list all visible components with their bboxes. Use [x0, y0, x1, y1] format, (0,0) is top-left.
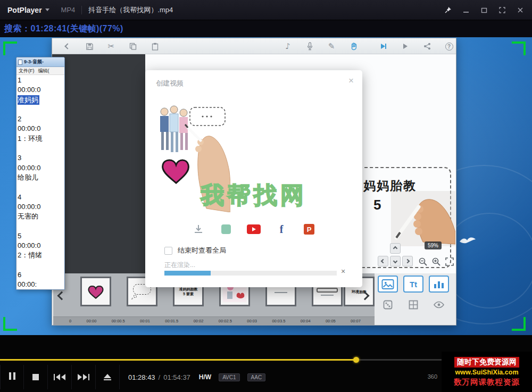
- maximize-button[interactable]: [480, 6, 488, 14]
- view-whole-checkbox[interactable]: [164, 247, 172, 255]
- scroll-left-button[interactable]: [59, 291, 67, 300]
- share-app-button[interactable]: [219, 223, 233, 235]
- video-area[interactable]: ✂ ♪ ✎ ?: [0, 37, 532, 335]
- total-time: 01:54:37: [163, 373, 190, 381]
- paste-button[interactable]: [150, 41, 160, 51]
- pan-down-button[interactable]: [390, 256, 401, 266]
- play-scribe-button[interactable]: [401, 41, 410, 51]
- minimize-button[interactable]: [462, 6, 470, 14]
- eye-icon: [434, 301, 444, 308]
- add-image-button[interactable]: [378, 276, 398, 293]
- pin-icon: [445, 6, 452, 13]
- pan-left-button[interactable]: [378, 256, 388, 266]
- subtitle-line: 00:00:0: [18, 85, 63, 95]
- thumb-line: [275, 292, 287, 293]
- zoom-in-button[interactable]: [431, 257, 441, 266]
- next-button[interactable]: [72, 365, 96, 389]
- dialog-close-button[interactable]: ×: [348, 76, 354, 86]
- facebook-button[interactable]: f: [275, 223, 288, 235]
- help-button[interactable]: ?: [444, 41, 454, 51]
- seek-played: [0, 359, 356, 361]
- close-button[interactable]: [516, 6, 525, 14]
- timeline-ruler: 0 00:00 00:00.5 00:01 00:01.5 00:02 00:0…: [53, 316, 375, 325]
- music-note-icon: ♪: [285, 41, 290, 51]
- tick-label: 00:02: [194, 319, 204, 323]
- music-button[interactable]: ♪: [283, 41, 293, 51]
- audio-codec-badge: AAC: [247, 373, 266, 381]
- video-codec-badge: AVC1: [219, 373, 239, 381]
- render-progress-fill: [164, 271, 211, 276]
- chevron-right-icon: [361, 291, 370, 301]
- grid-icon: [409, 300, 418, 310]
- share-button[interactable]: [422, 41, 432, 51]
- menu-file[interactable]: 文件(F): [19, 68, 35, 74]
- chevron-up-icon: [393, 246, 397, 251]
- fullscreen-button[interactable]: [498, 6, 506, 14]
- pin-button[interactable]: [444, 6, 452, 14]
- previous-button[interactable]: [48, 365, 72, 389]
- powerpoint-button[interactable]: P: [302, 223, 316, 235]
- prev-bar: [54, 374, 55, 380]
- notepad-title: 9-3-音频-: [24, 59, 44, 65]
- cut-button[interactable]: ✂: [106, 41, 116, 51]
- pan-up-button[interactable]: [390, 243, 401, 254]
- drawing-hand-image: [391, 191, 455, 246]
- bubble-dot: [131, 298, 133, 299]
- open-file-button[interactable]: [96, 365, 120, 389]
- app-name: PotPlayer: [7, 6, 42, 14]
- zoom-in-icon: [431, 257, 441, 266]
- chevron-down-icon: [45, 9, 49, 11]
- seek-knob[interactable]: [353, 357, 359, 363]
- subtitle-line: 00:00:0: [18, 202, 63, 212]
- draw-button[interactable]: ✎: [327, 41, 336, 51]
- close-icon: [517, 7, 523, 13]
- hand-tool-button[interactable]: [348, 41, 358, 51]
- board-text: 5: [373, 197, 381, 213]
- app-menu-button[interactable]: PotPlayer: [7, 6, 49, 14]
- time-separator: /: [159, 373, 161, 381]
- checkbox-label: 结束时查看全局: [178, 246, 226, 255]
- tick-label: 0: [69, 319, 71, 323]
- dice-icon: [383, 300, 393, 310]
- back-button[interactable]: [63, 41, 72, 51]
- capture-corner-bottom-right: [512, 317, 526, 331]
- export-options: f P: [145, 223, 362, 235]
- subtitle-line: 00:00:0: [18, 241, 63, 251]
- cancel-render-button[interactable]: ×: [341, 267, 345, 276]
- layout-button[interactable]: [408, 299, 419, 311]
- potplayer-window: PotPlayer MP4 抖音手绘（我帮找网）.mp4 搜索：01:2: [0, 0, 532, 392]
- preview-visibility-button[interactable]: [433, 299, 445, 311]
- menu-edit[interactable]: 编辑(: [38, 68, 49, 74]
- random-button[interactable]: [382, 299, 394, 311]
- notepad-titlebar[interactable]: 9-3-音频-: [16, 57, 64, 67]
- file-title: 抖音手绘（我帮找网）.mp4: [88, 5, 173, 15]
- copy-button[interactable]: [128, 41, 138, 51]
- record-voiceover-button[interactable]: [305, 41, 314, 51]
- insert-panel: Tt: [375, 273, 456, 325]
- preview-play-button[interactable]: [379, 41, 388, 51]
- pan-right-button[interactable]: [402, 256, 413, 266]
- subtitle-line: [18, 144, 63, 153]
- add-text-button[interactable]: Tt: [403, 276, 423, 293]
- notepad-text-area[interactable]: 1 00:00:0 准妈妈 2 00:00:0 1：环境 3 00:00:0 给…: [16, 75, 64, 289]
- subtitle-line: 5: [18, 231, 63, 241]
- chevron-left-icon: [381, 259, 385, 263]
- help-icon: ?: [445, 43, 453, 51]
- slide-thumbnail-1[interactable]: [80, 277, 111, 306]
- pause-icon: [8, 372, 16, 382]
- hand-tool-icon: [350, 42, 358, 51]
- back-icon: [64, 43, 70, 49]
- subtitle-line: 00:00:0: [18, 163, 63, 173]
- scroll-right-button[interactable]: [362, 291, 370, 300]
- save-button[interactable]: [85, 41, 94, 51]
- next-icon: [83, 374, 87, 380]
- youtube-button[interactable]: [247, 223, 261, 235]
- download-button[interactable]: [192, 223, 205, 235]
- fit-screen-button[interactable]: [445, 257, 454, 266]
- zoom-out-button[interactable]: [418, 257, 428, 266]
- add-chart-button[interactable]: [429, 276, 449, 293]
- pause-button[interactable]: [0, 365, 24, 389]
- stop-button[interactable]: [24, 365, 48, 389]
- dove-icon: [459, 235, 477, 246]
- thumb-line: [321, 295, 334, 296]
